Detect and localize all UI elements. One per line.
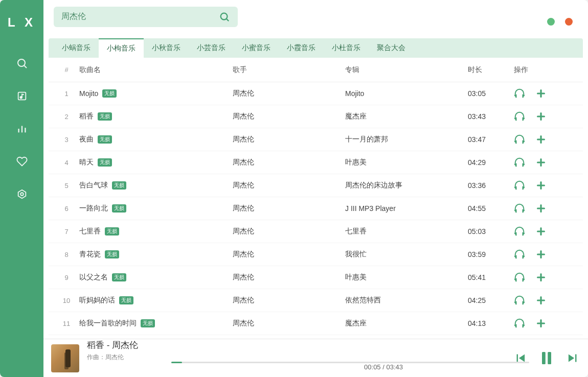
nav-search-icon[interactable]	[15, 57, 29, 70]
player-controls	[513, 349, 580, 367]
artist-name: 周杰伦	[233, 112, 345, 121]
table-row[interactable]: 4晴天无损周杰伦叶惠美04:29	[49, 151, 583, 174]
listen-icon[interactable]	[514, 226, 525, 237]
album-name: 周杰伦的床边故事	[345, 181, 468, 190]
row-actions	[514, 111, 575, 122]
album-cover[interactable]	[51, 344, 79, 372]
listen-icon[interactable]	[514, 134, 525, 145]
tab-source-5[interactable]: 小霞音乐	[279, 38, 324, 58]
table-row[interactable]: 3夜曲无损周杰伦十一月的萧邦03:47	[49, 128, 583, 151]
prev-button[interactable]	[513, 350, 528, 366]
window-controls	[547, 18, 573, 26]
search-input[interactable]	[61, 12, 219, 21]
nav-playlist-icon[interactable]	[15, 89, 29, 103]
sidebar: L X	[0, 0, 43, 377]
listen-icon[interactable]	[514, 249, 525, 260]
song-name: 一路向北无损	[79, 204, 233, 213]
row-index: 7	[54, 228, 79, 235]
progress-bar[interactable]	[171, 362, 529, 363]
col-duration: 时长	[468, 65, 514, 75]
song-name: 晴天无损	[79, 158, 233, 167]
tab-source-7[interactable]: 聚合大会	[369, 38, 414, 58]
row-actions	[514, 88, 575, 99]
row-index: 10	[54, 297, 79, 304]
listen-icon[interactable]	[514, 180, 525, 191]
app-window: L X 小蜗音乐	[0, 0, 588, 377]
search-icon[interactable]	[219, 11, 230, 22]
row-index: 1	[54, 90, 79, 98]
add-icon[interactable]	[535, 318, 547, 329]
row-actions	[514, 157, 575, 168]
quality-badge: 无损	[112, 273, 126, 281]
listen-icon[interactable]	[514, 272, 525, 283]
listen-icon[interactable]	[514, 295, 525, 306]
quality-badge: 无损	[105, 227, 119, 235]
add-icon[interactable]	[535, 111, 547, 122]
add-icon[interactable]	[535, 226, 547, 237]
svg-rect-33	[542, 352, 546, 364]
listen-icon[interactable]	[514, 318, 525, 329]
tab-source-2[interactable]: 小秋音乐	[144, 38, 189, 58]
artist-name: 周杰伦	[233, 273, 345, 282]
add-icon[interactable]	[535, 249, 547, 260]
table-header: # 歌曲名 歌手 专辑 时长 操作	[49, 58, 583, 82]
add-icon[interactable]	[535, 157, 547, 168]
row-index: 3	[54, 136, 79, 144]
table-row[interactable]: 1Mojito无损周杰伦Mojito03:05	[49, 82, 583, 105]
tab-source-0[interactable]: 小蜗音乐	[54, 38, 99, 58]
add-icon[interactable]	[535, 88, 547, 99]
table-row[interactable]: 6一路向北无损周杰伦J III MP3 Player04:55	[49, 197, 583, 220]
row-actions	[514, 295, 575, 306]
table-row[interactable]: 10听妈妈的话无损周杰伦依然范特西04:25	[49, 289, 583, 312]
quality-badge: 无损	[98, 158, 112, 167]
row-actions	[514, 203, 575, 214]
artist-name: 周杰伦	[233, 250, 345, 259]
next-button[interactable]	[565, 350, 580, 366]
tab-source-1[interactable]: 小枸音乐	[99, 38, 144, 58]
artist-name: 周杰伦	[233, 204, 345, 213]
song-name: Mojito无损	[79, 89, 233, 98]
row-index: 6	[54, 205, 79, 213]
row-actions	[514, 249, 575, 260]
tab-source-4[interactable]: 小蜜音乐	[234, 38, 279, 58]
add-icon[interactable]	[535, 272, 547, 283]
listen-icon[interactable]	[514, 88, 525, 99]
add-icon[interactable]	[535, 180, 547, 191]
table-row[interactable]: 9以父之名无损周杰伦叶惠美05:41	[49, 266, 583, 289]
minimize-button[interactable]	[547, 18, 555, 26]
main-panel: 小蜗音乐小枸音乐小秋音乐小芸音乐小蜜音乐小霞音乐小杜音乐聚合大会 # 歌曲名 歌…	[43, 0, 588, 377]
song-name: 听妈妈的话无损	[79, 296, 233, 305]
nav-settings-icon[interactable]	[15, 187, 29, 201]
tab-source-6[interactable]: 小杜音乐	[324, 38, 369, 58]
table-row[interactable]: 5告白气球无损周杰伦周杰伦的床边故事03:36	[49, 174, 583, 197]
duration: 03:05	[468, 89, 514, 98]
add-icon[interactable]	[535, 295, 547, 306]
nav-chart-icon[interactable]	[15, 122, 29, 135]
player-bar: 稻香 - 周杰伦 作曲：周杰伦 00:05 / 03:43	[43, 339, 588, 377]
close-button[interactable]	[565, 18, 573, 26]
artist-name: 周杰伦	[233, 319, 345, 328]
duration: 03:36	[468, 181, 514, 190]
song-name: 告白气球无损	[79, 181, 233, 190]
table-row[interactable]: 7七里香无损周杰伦七里香05:03	[49, 220, 583, 243]
add-icon[interactable]	[535, 203, 547, 214]
table-row[interactable]: 11给我一首歌的时间无损周杰伦魔杰座04:13	[49, 312, 583, 335]
time-current: 00:05	[364, 363, 381, 371]
listen-icon[interactable]	[514, 111, 525, 122]
table-row[interactable]: 2稻香无损周杰伦魔杰座03:43	[49, 105, 583, 128]
now-playing-title: 稻香 - 周杰伦	[87, 339, 505, 351]
player-time: 00:05 / 03:43	[364, 363, 403, 371]
source-tabs: 小蜗音乐小枸音乐小秋音乐小芸音乐小蜜音乐小霞音乐小杜音乐聚合大会	[49, 38, 583, 58]
album-name: 魔杰座	[345, 112, 468, 121]
album-name: 七里香	[345, 227, 468, 236]
pause-button[interactable]	[537, 349, 556, 367]
song-name: 七里香无损	[79, 227, 233, 236]
listen-icon[interactable]	[514, 157, 525, 168]
tab-source-3[interactable]: 小芸音乐	[189, 38, 234, 58]
nav-heart-icon[interactable]	[15, 155, 29, 168]
listen-icon[interactable]	[514, 203, 525, 214]
svg-line-1	[24, 66, 27, 68]
table-row[interactable]: 8青花瓷无损周杰伦我很忙03:59	[49, 243, 583, 266]
add-icon[interactable]	[535, 134, 547, 145]
artist-name: 周杰伦	[233, 158, 345, 167]
